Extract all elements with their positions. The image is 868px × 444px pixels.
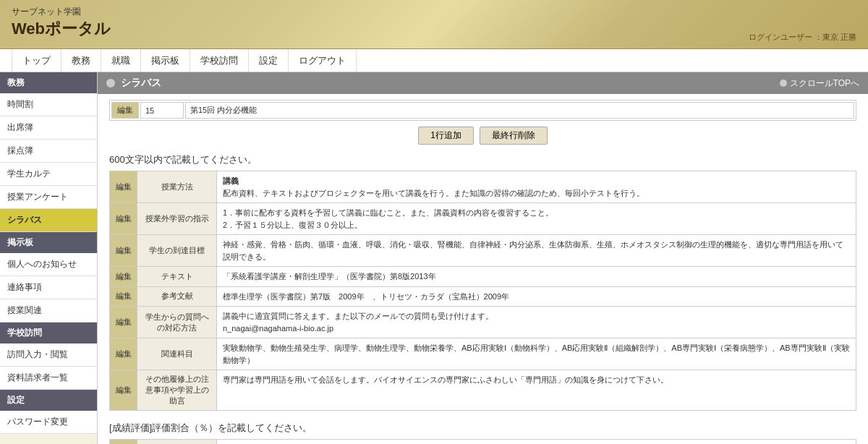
label-4: 参考文献 [137,287,217,307]
label-0: 授業方法 [137,171,217,202]
top-table: 編集 15 第15回 内分必機能 [109,100,856,121]
label-2: 学生の到達目標 [137,235,217,266]
value-3: 「系統看護学講座・解剖生理学」（医学書院）第8版2013年 [217,267,856,286]
value-6: 実験動物学、動物生殖発生学、病理学、動物生理学、動物栄養学、AB応用実験Ⅰ（動物… [217,338,856,370]
syllabus-row-4: 編集 参考文献 標準生理学（医学書院）第7版 2009年 、トリセツ・カラダ（宝… [109,286,856,307]
edit-btn-3[interactable]: 編集 [110,267,137,286]
page-title: シラバス [121,77,161,90]
header-dot [106,79,115,87]
top-col2: 第15回 内分必機能 [185,102,854,119]
syllabus-row-2: 編集 学生の到達目標 神経・感覚、骨格・筋肉、循環・血液、呼吸、消化・吸収、腎機… [109,234,856,267]
syllabus-row-5: 編集 学生からの質問への対応方法 講義中に適宜質問に答えます。また以下のメールで… [109,306,856,338]
sidebar-item-class-related[interactable]: 授業関連 [0,299,97,323]
delete-last-button[interactable]: 最終行削除 [480,127,548,145]
syllabus-rows: 編集 授業方法 講義 配布資料、テキストおよびプロジェクターを用いて講義を行う。… [109,171,856,411]
value-4: 標準生理学（医学書院）第7版 2009年 、トリセツ・カラダ（宝島社）2009年 [217,287,856,307]
sidebar-section-bulletin: 掲示板 [0,232,97,253]
syllabus-row-1: 編集 授業外学習の指示 1．事前に配布する資料を予習して講義に臨むこと。また、講… [109,202,856,235]
sidebar-item-student-file[interactable]: 学生カルテ [0,163,97,186]
syllabus-row-7: 編集 その他履修上の注意事項や学習上の助言 専門家は専門用語を用いて会話をします… [109,370,856,411]
edit-btn-1[interactable]: 編集 [110,203,137,234]
nav-settings[interactable]: 設定 [249,49,289,72]
instruction1: 600文字以内で記載してください。 [109,153,856,166]
nav-employment[interactable]: 就職 [101,49,141,72]
sidebar-item-password[interactable]: パスワード変更 [0,411,97,434]
button-row: 1行追加 最終行削除 [109,127,856,145]
sidebar-section-school-visit: 学校訪問 [0,323,97,343]
syllabus-row-0: 編集 授業方法 講義 配布資料、テキストおよびプロジェクターを用いて講義を行う。… [109,171,856,203]
grade-edit-btn-0[interactable]: 編集 [110,440,137,444]
site-title: Webポータル [12,18,856,40]
top-col1: 15 [140,102,184,119]
edit-btn-2[interactable]: 編集 [110,235,137,266]
navbar: トップ 教務 就職 掲示板 学校訪問 設定 ログアウト [0,49,868,72]
sidebar-item-grading[interactable]: 採点簿 [0,140,97,163]
top-table-row: 編集 15 第15回 内分必機能 [111,102,854,119]
sidebar: 教務 時間割 出席簿 採点簿 学生カルテ 授業アンケート シラバス 掲示板 個人… [0,72,98,444]
value-7: 専門家は専門用語を用いて会話をします。バイオサイエンスの専門家にふさわしい「専門… [217,370,856,410]
grade-label-0: 定期試験 [137,440,217,444]
scroll-top-label: スクロールTOPへ [790,77,859,90]
nav-school-visit[interactable]: 学校訪問 [190,49,249,72]
site-name: サーブネット学園 [12,6,856,18]
sidebar-item-contact[interactable]: 連絡事項 [0,276,97,299]
sidebar-item-materials[interactable]: 資料請求者一覧 [0,367,97,390]
page-title-area: シラバス [106,77,161,90]
page-header: シラバス スクロールTOPへ [98,72,868,94]
site-header: サーブネット学園 Webポータル ログインユーザー ：東京 正勝 [0,0,868,49]
instruction2: [成績評価]評価割合（％）を記載してください。 [109,422,856,435]
sidebar-section-education: 教務 [0,72,97,93]
sidebar-section-settings: 設定 [0,390,97,411]
value-5: 講義中に適宜質問に答えます。また以下のメールでの質問も受け付けます。 n_nag… [217,307,856,338]
value-1: 1．事前に配布する資料を予習して講義に臨むこと。また、講義資料の内容を復習するこ… [217,203,856,234]
sidebar-item-notices[interactable]: 個人へのお知らせ [0,253,97,276]
sidebar-item-attendance[interactable]: 出席簿 [0,116,97,140]
label-6: 関連科目 [137,338,217,370]
syllabus-row-6: 編集 関連科目 実験動物学、動物生殖発生学、病理学、動物生理学、動物栄養学、AB… [109,338,856,370]
top-edit-btn[interactable]: 編集 [111,102,139,119]
value-0: 講義 配布資料、テキストおよびプロジェクターを用いて講義を行う。また知識の習得の… [217,171,856,202]
content-area: 編集 15 第15回 内分必機能 1行追加 最終行削除 600文字以内で記載して… [98,94,868,444]
sidebar-item-visit-input[interactable]: 訪問入力・閲覧 [0,343,97,367]
sidebar-item-syllabus[interactable]: シラバス [0,209,97,232]
edit-btn-4[interactable]: 編集 [110,287,137,307]
edit-btn-7[interactable]: 編集 [110,370,137,410]
sidebar-item-timetable[interactable]: 時間割 [0,93,97,116]
edit-btn-6[interactable]: 編集 [110,338,137,370]
scroll-dot [780,80,787,87]
nav-logout[interactable]: ログアウト [289,49,357,72]
grade-row-0: 編集 定期試験 70 [109,439,856,444]
edit-btn-0[interactable]: 編集 [110,171,137,202]
label-5: 学生からの質問への対応方法 [137,307,217,338]
nav-bulletin[interactable]: 掲示板 [141,49,190,72]
sidebar-item-survey[interactable]: 授業アンケート [0,186,97,209]
nav-education[interactable]: 教務 [61,49,101,72]
main-content: シラバス スクロールTOPへ 編集 15 第15回 内分必機能 1行追加 最終行… [98,72,868,444]
add-row-button[interactable]: 1行追加 [418,127,474,145]
scroll-top-area[interactable]: スクロールTOPへ [780,77,859,90]
grade-rows: 編集 定期試験 70 編集 中間試験 0 [109,439,856,444]
login-info: ログインユーザー ：東京 正勝 [749,32,856,43]
label-7: その他履修上の注意事項や学習上の助言 [137,370,217,410]
edit-btn-5[interactable]: 編集 [110,307,137,338]
syllabus-row-3: 編集 テキスト 「系統看護学講座・解剖生理学」（医学書院）第8版2013年 [109,266,856,287]
label-1: 授業外学習の指示 [137,203,217,234]
value-2: 神経・感覚、骨格・筋肉、循環・血液、呼吸、消化・吸収、腎機能、自律神経・内分泌系… [217,235,856,266]
nav-top[interactable]: トップ [12,49,61,72]
grade-value-0: 70 [217,440,856,444]
label-3: テキスト [137,267,217,286]
layout: 教務 時間割 出席簿 採点簿 学生カルテ 授業アンケート シラバス 掲示板 個人… [0,72,868,444]
